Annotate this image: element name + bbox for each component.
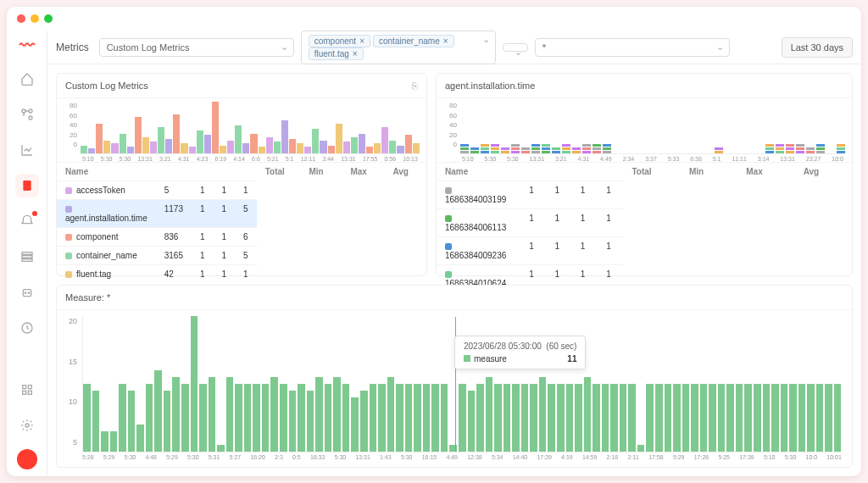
close-dot[interactable]: [17, 14, 25, 23]
measure-bar[interactable]: [610, 384, 618, 452]
measure-bar[interactable]: [414, 384, 421, 452]
measure-bar[interactable]: [781, 384, 788, 452]
table-row[interactable]: component836116: [57, 227, 257, 246]
measure-bar[interactable]: [754, 384, 761, 452]
measure-bar[interactable]: [449, 445, 457, 452]
measure-bar[interactable]: [468, 391, 476, 452]
measure-bar[interactable]: [441, 384, 448, 452]
measure-bar[interactable]: [360, 391, 368, 452]
measure-bar[interactable]: [270, 377, 278, 452]
measure-bar[interactable]: [342, 384, 350, 452]
measure-bar[interactable]: [486, 377, 493, 452]
table-header[interactable]: Max: [737, 162, 794, 180]
measure-bar[interactable]: [834, 384, 842, 452]
table-header[interactable]: Avg: [384, 162, 426, 180]
measure-bar[interactable]: [673, 384, 681, 452]
measure-bar[interactable]: [530, 384, 537, 452]
nav-alerts-icon[interactable]: [15, 209, 39, 233]
measure-bar[interactable]: [280, 384, 287, 452]
measure-bar[interactable]: [181, 384, 189, 452]
chart-left[interactable]: 806040200 5:105:305:3013:313:214:314:236…: [57, 98, 426, 162]
measure-bar[interactable]: [101, 431, 108, 452]
measure-bar[interactable]: [110, 431, 118, 452]
nav-apps-icon[interactable]: [15, 378, 39, 402]
table-row[interactable]: fluent.tag42111: [57, 264, 257, 283]
table-row[interactable]: accessToken5111: [57, 180, 257, 199]
measure-bar[interactable]: [566, 384, 574, 452]
table-row[interactable]: 16863840092361111: [437, 236, 624, 264]
measure-bar[interactable]: [548, 384, 555, 452]
table-header[interactable]: Total: [624, 162, 681, 180]
measure-bar[interactable]: [504, 384, 511, 452]
measure-bar[interactable]: [226, 377, 234, 452]
measure-bar[interactable]: [682, 384, 690, 452]
nav-home-icon[interactable]: [15, 67, 39, 91]
chart-measure[interactable]: 2015105 5:285:295:304:485:295:305:315:27…: [57, 310, 852, 467]
measure-bar[interactable]: [494, 384, 502, 452]
chip-remove-icon[interactable]: ×: [359, 36, 364, 46]
table-row[interactable]: agent.installation.time1173115: [57, 199, 257, 227]
filter-chip[interactable]: container_name ×: [373, 35, 454, 47]
measure-bar[interactable]: [378, 384, 386, 452]
measure-bar[interactable]: [726, 384, 734, 452]
measure-bar[interactable]: [405, 384, 413, 452]
chip-remove-icon[interactable]: ×: [443, 36, 448, 46]
measure-bar[interactable]: [655, 384, 663, 452]
measure-bar[interactable]: [512, 384, 520, 452]
nav-infra-icon[interactable]: [15, 245, 39, 269]
table-row[interactable]: 16863840031991111: [437, 180, 624, 208]
measure-bar[interactable]: [709, 384, 716, 452]
maximize-dot[interactable]: [44, 14, 53, 23]
measure-bar[interactable]: [191, 316, 198, 452]
measure-bar[interactable]: [423, 384, 431, 452]
user-avatar[interactable]: [17, 449, 37, 469]
measure-bar[interactable]: [584, 377, 592, 452]
measure-bar[interactable]: [262, 384, 270, 452]
measure-bar[interactable]: [289, 391, 297, 452]
table-header[interactable]: Min: [681, 162, 737, 180]
measure-bar[interactable]: [431, 384, 439, 452]
measure-bar[interactable]: [83, 384, 91, 452]
measure-bar[interactable]: [315, 377, 323, 452]
measure-bar[interactable]: [637, 445, 645, 452]
filter-chip-select[interactable]: component ×container_name ×fluent.tag ×: [301, 31, 496, 64]
measure-bar[interactable]: [119, 384, 126, 452]
measure-bar[interactable]: [333, 377, 341, 452]
measure-bar[interactable]: [244, 384, 252, 452]
filter-chip[interactable]: fluent.tag ×: [309, 47, 364, 60]
measure-bar[interactable]: [557, 384, 565, 452]
measure-bar[interactable]: [736, 384, 743, 452]
measure-bar[interactable]: [476, 384, 484, 452]
measure-bar[interactable]: [217, 445, 225, 452]
measure-bar[interactable]: [539, 377, 547, 452]
measure-bar[interactable]: [370, 384, 377, 452]
measure-bar[interactable]: [128, 391, 136, 452]
nav-robot-icon[interactable]: [15, 280, 39, 304]
measure-bar[interactable]: [199, 384, 207, 452]
table-row[interactable]: 16863840061131111: [437, 208, 624, 236]
measure-bar[interactable]: [807, 384, 815, 452]
table-header[interactable]: Name: [57, 162, 257, 180]
measure-bar[interactable]: [691, 384, 698, 452]
measure-bar[interactable]: [521, 384, 529, 452]
nav-history-icon[interactable]: [15, 316, 39, 340]
metric-select[interactable]: Custom Log Metrics: [99, 38, 294, 57]
measure-bar[interactable]: [744, 384, 752, 452]
extra-select[interactable]: [503, 43, 528, 52]
chart-right[interactable]: 806040200 5:105:305:3013:313:214:314:492…: [437, 98, 852, 162]
measure-bar[interactable]: [593, 384, 600, 452]
measure-bar[interactable]: [665, 384, 672, 452]
measure-bar[interactable]: [459, 384, 466, 452]
time-range-button[interactable]: Last 30 days: [782, 37, 853, 58]
measure-bar[interactable]: [164, 391, 171, 452]
measure-bar[interactable]: [172, 377, 180, 452]
measure-bar[interactable]: [825, 384, 832, 452]
measure-bar[interactable]: [136, 425, 144, 452]
measure-bar[interactable]: [620, 384, 627, 452]
table-header[interactable]: Max: [342, 162, 384, 180]
measure-bar[interactable]: [298, 384, 305, 452]
table-header[interactable]: Name: [437, 162, 624, 180]
nav-chart-icon[interactable]: [15, 138, 39, 162]
measure-bar[interactable]: [718, 384, 726, 452]
export-icon[interactable]: ⎘: [412, 80, 418, 91]
